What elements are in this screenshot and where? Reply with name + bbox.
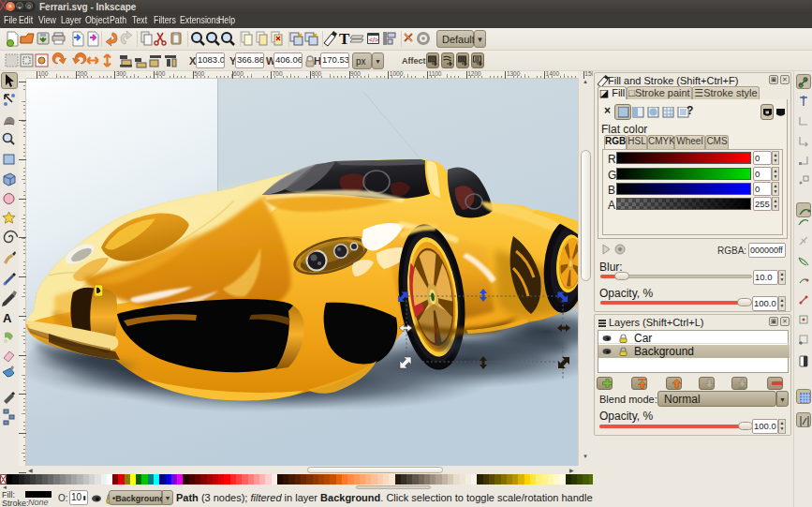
svg-text:</>: </>: [369, 37, 378, 43]
svg-text:T: T: [339, 30, 350, 48]
svg-text:A: A: [3, 311, 12, 325]
